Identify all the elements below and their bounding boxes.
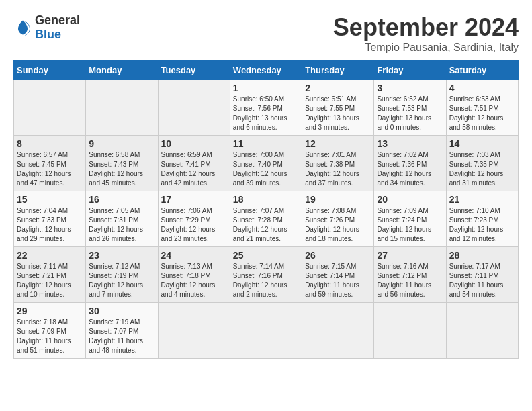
calendar-cell: 26Sunrise: 7:15 AMSunset: 7:14 PMDayligh… xyxy=(302,247,374,303)
calendar-cell xyxy=(14,80,86,136)
day-info: Sunrise: 7:01 AMSunset: 7:38 PMDaylight:… xyxy=(305,150,371,188)
calendar-cell: 9Sunrise: 6:58 AMSunset: 7:43 PMDaylight… xyxy=(86,136,158,191)
day-info: Sunrise: 6:58 AMSunset: 7:43 PMDaylight:… xyxy=(89,150,154,188)
day-info: Sunrise: 7:00 AMSunset: 7:40 PMDaylight:… xyxy=(233,150,299,188)
day-number: 28 xyxy=(449,250,515,261)
calendar-cell: 17Sunrise: 7:06 AMSunset: 7:29 PMDayligh… xyxy=(158,191,230,247)
calendar-cell: 11Sunrise: 7:00 AMSunset: 7:40 PMDayligh… xyxy=(230,136,302,191)
day-number: 30 xyxy=(89,306,154,316)
day-info: Sunrise: 7:10 AMSunset: 7:23 PMDaylight:… xyxy=(449,206,515,244)
day-info: Sunrise: 6:53 AMSunset: 7:51 PMDaylight:… xyxy=(449,95,515,132)
month-title: September 2024 xyxy=(333,13,519,42)
day-info: Sunrise: 6:50 AMSunset: 7:56 PMDaylight:… xyxy=(233,95,299,132)
calendar-week-2: 8Sunrise: 6:57 AMSunset: 7:45 PMDaylight… xyxy=(14,136,519,191)
header-sunday: Sunday xyxy=(14,61,86,80)
day-number: 20 xyxy=(377,194,443,205)
calendar-cell: 19Sunrise: 7:08 AMSunset: 7:26 PMDayligh… xyxy=(302,191,374,247)
day-number: 26 xyxy=(305,250,371,261)
calendar-cell: 18Sunrise: 7:07 AMSunset: 7:28 PMDayligh… xyxy=(230,191,302,247)
calendar-cell: 12Sunrise: 7:01 AMSunset: 7:38 PMDayligh… xyxy=(302,136,374,191)
day-info: Sunrise: 7:05 AMSunset: 7:31 PMDaylight:… xyxy=(89,206,154,244)
day-number: 21 xyxy=(449,194,515,205)
calendar-cell: 27Sunrise: 7:16 AMSunset: 7:12 PMDayligh… xyxy=(374,247,446,303)
calendar-cell: 10Sunrise: 6:59 AMSunset: 7:41 PMDayligh… xyxy=(158,136,230,191)
calendar-week-3: 15Sunrise: 7:04 AMSunset: 7:33 PMDayligh… xyxy=(14,191,519,247)
calendar-cell: 1Sunrise: 6:50 AMSunset: 7:56 PMDaylight… xyxy=(230,80,302,136)
calendar-cell xyxy=(230,303,302,359)
day-info: Sunrise: 7:07 AMSunset: 7:28 PMDaylight:… xyxy=(233,206,299,244)
header-thursday: Thursday xyxy=(302,61,374,80)
day-number: 2 xyxy=(305,83,371,93)
calendar-week-1: 1Sunrise: 6:50 AMSunset: 7:56 PMDaylight… xyxy=(14,80,519,136)
day-number: 25 xyxy=(233,250,299,261)
header-tuesday: Tuesday xyxy=(158,61,230,80)
calendar-cell xyxy=(374,303,446,359)
logo-blue: Blue xyxy=(35,28,61,41)
day-info: Sunrise: 7:11 AMSunset: 7:21 PMDaylight:… xyxy=(17,262,83,300)
calendar-cell xyxy=(158,303,230,359)
day-number: 3 xyxy=(377,83,443,93)
calendar-body: 1Sunrise: 6:50 AMSunset: 7:56 PMDaylight… xyxy=(14,80,519,359)
day-info: Sunrise: 7:08 AMSunset: 7:26 PMDaylight:… xyxy=(305,206,371,244)
calendar-table: SundayMondayTuesdayWednesdayThursdayFrid… xyxy=(13,60,519,359)
day-info: Sunrise: 7:13 AMSunset: 7:18 PMDaylight:… xyxy=(161,262,227,300)
day-info: Sunrise: 7:06 AMSunset: 7:29 PMDaylight:… xyxy=(161,206,227,244)
day-info: Sunrise: 7:02 AMSunset: 7:36 PMDaylight:… xyxy=(377,150,443,188)
calendar-cell: 4Sunrise: 6:53 AMSunset: 7:51 PMDaylight… xyxy=(446,80,518,136)
header-wednesday: Wednesday xyxy=(230,61,302,80)
calendar-cell: 21Sunrise: 7:10 AMSunset: 7:23 PMDayligh… xyxy=(446,191,518,247)
title-area: September 2024 Tempio Pausania, Sardinia… xyxy=(333,13,519,54)
day-number: 13 xyxy=(377,138,443,149)
day-number: 18 xyxy=(233,194,299,205)
calendar-cell xyxy=(86,80,158,136)
logo: General Blue xyxy=(13,13,80,41)
day-number: 11 xyxy=(233,138,299,149)
day-number: 16 xyxy=(89,194,154,205)
day-info: Sunrise: 7:15 AMSunset: 7:14 PMDaylight:… xyxy=(305,262,371,300)
calendar-cell: 20Sunrise: 7:09 AMSunset: 7:24 PMDayligh… xyxy=(374,191,446,247)
day-info: Sunrise: 7:18 AMSunset: 7:09 PMDaylight:… xyxy=(17,318,83,355)
day-number: 17 xyxy=(161,194,227,205)
day-number: 10 xyxy=(161,138,227,149)
calendar-cell: 25Sunrise: 7:14 AMSunset: 7:16 PMDayligh… xyxy=(230,247,302,303)
day-info: Sunrise: 7:09 AMSunset: 7:24 PMDaylight:… xyxy=(377,206,443,244)
calendar-cell xyxy=(446,303,518,359)
day-info: Sunrise: 6:52 AMSunset: 7:53 PMDaylight:… xyxy=(377,95,443,132)
day-info: Sunrise: 7:17 AMSunset: 7:11 PMDaylight:… xyxy=(449,262,515,300)
calendar-cell: 3Sunrise: 6:52 AMSunset: 7:53 PMDaylight… xyxy=(374,80,446,136)
day-info: Sunrise: 7:16 AMSunset: 7:12 PMDaylight:… xyxy=(377,262,443,300)
day-info: Sunrise: 7:14 AMSunset: 7:16 PMDaylight:… xyxy=(233,262,299,300)
header: General Blue September 2024 Tempio Pausa… xyxy=(13,13,519,54)
day-info: Sunrise: 6:51 AMSunset: 7:55 PMDaylight:… xyxy=(305,95,371,132)
logo-general: General xyxy=(35,13,80,27)
location-title: Tempio Pausania, Sardinia, Italy xyxy=(333,42,519,54)
logo-icon xyxy=(13,18,32,37)
calendar-header: SundayMondayTuesdayWednesdayThursdayFrid… xyxy=(14,61,519,80)
calendar-cell: 29Sunrise: 7:18 AMSunset: 7:09 PMDayligh… xyxy=(14,303,86,359)
day-number: 8 xyxy=(17,138,83,149)
day-number: 1 xyxy=(233,83,299,93)
header-friday: Friday xyxy=(374,61,446,80)
calendar-cell: 8Sunrise: 6:57 AMSunset: 7:45 PMDaylight… xyxy=(14,136,86,191)
header-row: SundayMondayTuesdayWednesdayThursdayFrid… xyxy=(14,61,519,80)
day-info: Sunrise: 7:03 AMSunset: 7:35 PMDaylight:… xyxy=(449,150,515,188)
header-monday: Monday xyxy=(86,61,158,80)
day-number: 22 xyxy=(17,250,83,261)
day-info: Sunrise: 7:04 AMSunset: 7:33 PMDaylight:… xyxy=(17,206,83,244)
day-number: 14 xyxy=(449,138,515,149)
calendar-week-4: 22Sunrise: 7:11 AMSunset: 7:21 PMDayligh… xyxy=(14,247,519,303)
calendar-cell: 15Sunrise: 7:04 AMSunset: 7:33 PMDayligh… xyxy=(14,191,86,247)
day-info: Sunrise: 6:57 AMSunset: 7:45 PMDaylight:… xyxy=(17,150,83,188)
day-number: 9 xyxy=(89,138,154,149)
day-number: 19 xyxy=(305,194,371,205)
day-number: 27 xyxy=(377,250,443,261)
header-saturday: Saturday xyxy=(446,61,518,80)
calendar-cell: 13Sunrise: 7:02 AMSunset: 7:36 PMDayligh… xyxy=(374,136,446,191)
calendar-cell: 28Sunrise: 7:17 AMSunset: 7:11 PMDayligh… xyxy=(446,247,518,303)
calendar-cell: 23Sunrise: 7:12 AMSunset: 7:19 PMDayligh… xyxy=(86,247,158,303)
day-number: 29 xyxy=(17,306,83,316)
calendar-cell: 14Sunrise: 7:03 AMSunset: 7:35 PMDayligh… xyxy=(446,136,518,191)
calendar-cell: 2Sunrise: 6:51 AMSunset: 7:55 PMDaylight… xyxy=(302,80,374,136)
calendar-cell: 30Sunrise: 7:19 AMSunset: 7:07 PMDayligh… xyxy=(86,303,158,359)
day-info: Sunrise: 7:12 AMSunset: 7:19 PMDaylight:… xyxy=(89,262,154,300)
